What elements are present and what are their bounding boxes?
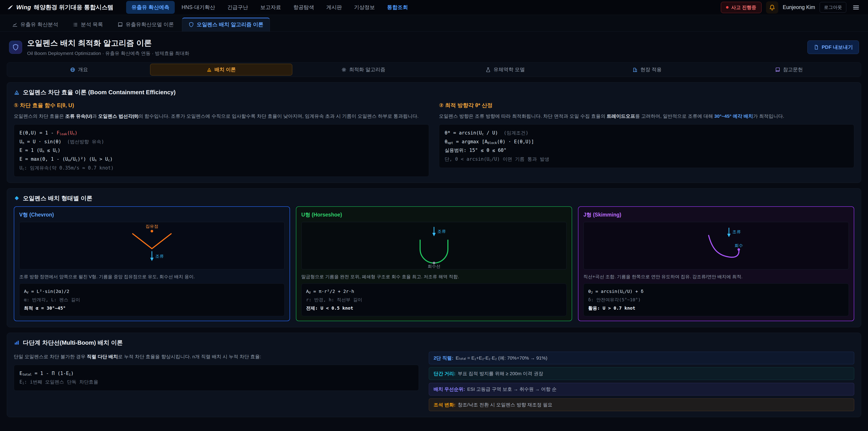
subtab-label: 분석 목록 bbox=[81, 21, 103, 28]
formula-line: E(θ,U) = 1 - Fleak(Un) bbox=[20, 129, 423, 137]
card-title-text: 오일펜스 차단 효율 이론 (Boom Containment Efficien… bbox=[23, 88, 176, 96]
formula-line: Un = U · sin(θ) (법선방향 유속) bbox=[20, 137, 423, 146]
layout-card-title: 오일펜스 배치 형태별 이론 bbox=[14, 194, 854, 202]
current-arrowhead bbox=[432, 233, 436, 236]
efficiency-card: 오일펜스 차단 효율 이론 (Boom Containment Efficien… bbox=[7, 82, 861, 183]
optimal-angle-formula-block: θ* = arcsin(Uc / U) (임계조건) θopt = argmax… bbox=[439, 124, 854, 168]
nav-item-hns-air-dispersion[interactable]: HNS·대기확산 bbox=[176, 1, 220, 14]
tab-overview[interactable]: 개요 bbox=[8, 64, 150, 75]
rule-label: 배치 우선순위: bbox=[434, 386, 465, 392]
pdf-export-label: PDF 내보내기 bbox=[822, 44, 853, 51]
rule-text: 부표 집적 방지를 위해 ≥ 200m 이격 권장 bbox=[458, 370, 543, 377]
diagram-label-current: 조류 bbox=[733, 229, 741, 234]
diagram-label-current: 조류 bbox=[437, 229, 446, 234]
wing-logo-icon bbox=[7, 4, 13, 11]
building-icon bbox=[632, 67, 638, 72]
globe-icon bbox=[70, 67, 75, 72]
multiboom-paragraph: 단일 오일펜스로 차단 불가한 경우 직렬 다단 배치로 누적 차단 효율을 향… bbox=[14, 352, 419, 361]
tab-field-application[interactable]: 현장 적용 bbox=[576, 64, 718, 75]
logout-button[interactable]: 로그아웃 bbox=[819, 2, 846, 13]
nav-item-aerial-search[interactable]: 항공탐색 bbox=[288, 1, 319, 14]
tab-label: 현장 적용 bbox=[640, 66, 662, 73]
chart-icon bbox=[12, 22, 18, 27]
pdf-export-button[interactable]: PDF 내보내기 bbox=[807, 40, 859, 54]
nav-item-reports[interactable]: 보고자료 bbox=[255, 1, 286, 14]
notification-bell-button[interactable] bbox=[766, 1, 778, 13]
list-icon bbox=[72, 22, 78, 27]
document-icon bbox=[813, 44, 819, 50]
flask-icon bbox=[486, 67, 491, 72]
shape-caption: 조류 방향 정면에서 양쪽으로 펼친 V형. 기름을 중앙 집유점으로 유도, … bbox=[19, 273, 285, 280]
book-icon bbox=[775, 67, 780, 72]
tab-hydrodynamics-model[interactable]: 유체역학 모델 bbox=[434, 64, 576, 75]
optimal-angle-heading: ② 최적 방향각 θ* 산정 bbox=[439, 102, 854, 109]
shape-title: V형 (Chevron) bbox=[19, 211, 285, 218]
nav-item-oil-spill-prediction[interactable]: 유출유 확산예측 bbox=[126, 1, 175, 14]
formula-line: 단, θ < arcsin(Uc/U) 이면 기름 통과 발생 bbox=[445, 155, 848, 164]
page-subtitle: Oil Boom Deployment Optimization · 유출유 확… bbox=[27, 50, 189, 57]
brand[interactable]: Wing 해양환경 위기대응 통합시스템 bbox=[7, 3, 114, 11]
formula-line: θopt = argmax [Ablock(θ) · E(θ,U)] bbox=[445, 137, 848, 146]
shape-caption: 말굽형으로 기름을 완전 포위, 폐쇄형 구조로 회수 효율 최고. 저조류 해… bbox=[301, 273, 567, 280]
rule-label: 조석 변화: bbox=[434, 402, 456, 408]
shape-title: J형 (Skimming) bbox=[583, 211, 849, 218]
current-arrowhead bbox=[150, 258, 153, 261]
rule-stage-distance: 단간 거리: 부표 집적 방지를 위해 ≥ 200m 이격 권장 bbox=[429, 367, 854, 380]
subtab-dispersion-model-theory[interactable]: 유출유확산모델 이론 bbox=[111, 18, 180, 31]
system-title: 해양환경 위기대응 통합시스템 bbox=[34, 3, 113, 11]
subtab-boom-algorithm-theory[interactable]: 오일펜스 배치 알고리즘 이론 bbox=[182, 18, 270, 31]
formula-line: AU = π·r²/2 + 2r·h bbox=[306, 287, 562, 296]
formula-line: α: 반개각, L: 펜스 길이 bbox=[24, 296, 280, 304]
card-title-text: 오일펜스 배치 형태별 이론 bbox=[23, 194, 92, 202]
subtab-bar: 유출유 확산분석 분석 목록 유출유확산모델 이론 오일펜스 배치 알고리즘 이… bbox=[0, 15, 868, 32]
formula-line: θJ = arcsin(Uc/U) + δ bbox=[588, 287, 844, 296]
tab-deployment-theory[interactable]: 배치 이론 bbox=[150, 64, 292, 75]
diagram-label-current: 조류 bbox=[155, 254, 164, 258]
v-shape-diagram: 집유점 조류 bbox=[19, 222, 285, 269]
layout-card: 오일펜스 배치 형태별 이론 V형 (Chevron) 집유점 조류 bbox=[7, 188, 861, 327]
nav-item-board[interactable]: 게시판 bbox=[321, 1, 347, 14]
formula-line: E = max(0, 1 - (Un/Uc)²) (Un > Uc) bbox=[20, 155, 423, 164]
shape-card-u-horseshoe: U형 (Horseshoe) 조류 회수선 말굽형으로 기름을 완전 포위, 폐… bbox=[296, 206, 572, 321]
triangle-ruler-icon bbox=[207, 67, 212, 72]
optimal-angle-paragraph: 오일펜스 방향은 조류 방향에 따라 최적화됩니다. 차단 면적과 오일 수집 … bbox=[439, 112, 854, 120]
shape-formula-block: AU = π·r²/2 + 2r·h r: 반경, h: 직선부 길이 전제: … bbox=[301, 283, 567, 316]
topbar: Wing 해양환경 위기대응 통합시스템 유출유 확산예측 HNS·대기확산 긴… bbox=[0, 0, 868, 15]
bar-chart-icon bbox=[14, 340, 20, 345]
u-shape-diagram: 조류 회수선 bbox=[301, 222, 567, 269]
page-header-titles: 오일펜스 배치 최적화 알고리즘 이론 Oil Boom Deployment … bbox=[27, 38, 189, 57]
multiboom-card-title: 다단계 차단선(Multi-Boom) 배치 이론 bbox=[14, 339, 854, 347]
nav-item-emergency-rescue[interactable]: 긴급구난 bbox=[222, 1, 253, 14]
efficiency-left-column: ① 차단 효율 함수 E(θ, U) 오일펜스의 차단 효율은 조류 유속(U)… bbox=[14, 100, 429, 177]
tab-references[interactable]: 참고문헌 bbox=[718, 64, 860, 75]
subtab-label: 오일펜스 배치 알고리즘 이론 bbox=[197, 21, 264, 28]
current-arrowhead bbox=[727, 234, 731, 237]
nav-item-weather-info[interactable]: 기상정보 bbox=[348, 1, 380, 14]
efficiency-function-heading: ① 차단 효율 함수 E(θ, U) bbox=[14, 102, 429, 109]
subtab-analysis-list[interactable]: 분석 목록 bbox=[66, 18, 109, 31]
hamburger-icon bbox=[852, 4, 860, 11]
page-title: 오일펜스 배치 최적화 알고리즘 이론 bbox=[27, 38, 189, 49]
efficiency-columns: ① 차단 효율 함수 E(θ, U) 오일펜스의 차단 효율은 조류 유속(U)… bbox=[14, 100, 854, 177]
multiboom-formula-block: Etotal = 1 - Π (1-Ei) Ei: i번째 오일펜스 단독 차단… bbox=[14, 365, 419, 391]
hamburger-menu-button[interactable] bbox=[851, 2, 861, 13]
tab-optimization-algorithm[interactable]: 최적화 알고리즘 bbox=[292, 64, 434, 75]
section-tabs: 개요 배치 이론 최적화 알고리즘 유체역학 모델 현장 적용 참고문헌 bbox=[7, 62, 861, 77]
layout-shape-grid: V형 (Chevron) 집유점 조류 조류 방향 정면에서 양쪽으로 펼친 V… bbox=[14, 206, 854, 321]
shape-caption: 직선+곡선 조합. 기름을 한쪽으로 연안 유도하여 집유. 강조류/연안 배치… bbox=[583, 273, 849, 280]
efficiency-function-paragraph: 오일펜스의 차단 효율은 조류 유속(U)과 오일펜스 법선각(θ)의 함수입니… bbox=[14, 112, 429, 120]
card-title-text: 다단계 차단선(Multi-Boom) 배치 이론 bbox=[23, 339, 123, 347]
incident-status-badge[interactable]: 사고 진행중 bbox=[721, 2, 762, 13]
multiboom-rules: 2단 직렬: Eₜₒₜₐₗ = E₁+E₂-E₁·E₂ (예: 70%+70% … bbox=[429, 352, 854, 411]
incident-dot-icon bbox=[726, 6, 728, 8]
subtab-label: 유출유확산모델 이론 bbox=[126, 21, 174, 28]
multiboom-left-column: 단일 오일펜스로 차단 불가한 경우 직렬 다단 배치로 누적 차단 효율을 향… bbox=[14, 349, 419, 411]
tab-label: 개요 bbox=[78, 66, 88, 73]
subtab-dispersion-analysis[interactable]: 유출유 확산분석 bbox=[6, 18, 64, 31]
multiboom-card: 다단계 차단선(Multi-Boom) 배치 이론 단일 오일펜스로 차단 불가… bbox=[7, 333, 861, 417]
tab-label: 유체역학 모델 bbox=[493, 66, 525, 73]
efficiency-formula-block: E(θ,U) = 1 - Fleak(Un) Un = U · sin(θ) (… bbox=[14, 124, 429, 177]
formula-line: r: 반경, h: 직선부 길이 bbox=[306, 296, 562, 304]
nav-item-integrated-search[interactable]: 통합조회 bbox=[381, 1, 413, 14]
formula-line: Etotal = 1 - Π (1-Ei) bbox=[20, 369, 413, 378]
